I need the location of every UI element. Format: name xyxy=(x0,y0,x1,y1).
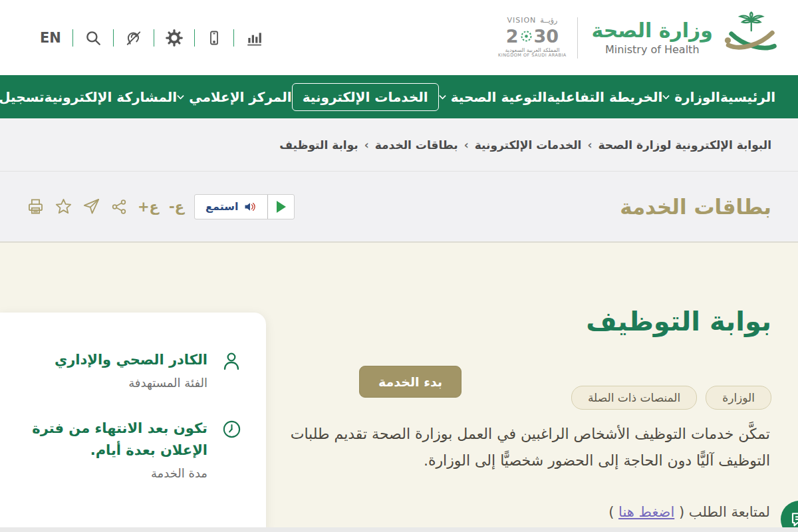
quick-tools: EN xyxy=(40,29,274,47)
font-decrease-button[interactable]: ع- xyxy=(169,199,184,215)
followup-prefix: لمتابعة الطلب ( xyxy=(674,504,770,520)
language-toggle[interactable]: EN xyxy=(40,30,72,46)
service-title: بوابة التوظيف xyxy=(586,306,771,336)
mobile-apps-button[interactable] xyxy=(195,29,233,47)
service-description: تمكَّن خدمات التوظيف الأشخاص الراغبين في… xyxy=(273,421,770,474)
gear-icon xyxy=(166,29,183,47)
send-button[interactable] xyxy=(82,198,100,215)
nav-login[interactable]: تسجيل الدخول xyxy=(0,89,45,105)
nav-eservices[interactable]: الخدمات الإلكترونية xyxy=(292,83,439,111)
listen-text: استمع xyxy=(205,200,238,213)
vision-ar-label: رؤيــة xyxy=(540,17,557,25)
nav-interactive-map-label: الخريطة التفاعلية xyxy=(547,89,662,105)
service-tags: الوزارة المنصات ذات الصلة xyxy=(571,386,771,410)
moh-title-arabic: وزارة الصحة xyxy=(591,19,713,42)
star-icon xyxy=(55,198,72,215)
breadcrumb-eservices[interactable]: الخدمات الإلكترونية xyxy=(475,138,582,152)
logo-cluster: وزارة الصحة Ministry of Health VISION رؤ… xyxy=(496,11,779,65)
printer-icon xyxy=(27,198,45,215)
nav-home[interactable]: الرئيسية xyxy=(720,89,775,105)
start-service-button[interactable]: بدء الخدمة xyxy=(359,366,462,398)
play-icon xyxy=(277,201,286,213)
paper-plane-icon xyxy=(82,198,100,215)
moh-wordmark: وزارة الصحة Ministry of Health xyxy=(587,19,713,56)
nav-media-center-label: المركز الإعلامي xyxy=(189,89,291,105)
print-button[interactable] xyxy=(27,198,45,215)
vision-year-left: 2 xyxy=(506,26,519,47)
nav-home-label: الرئيسية xyxy=(720,89,775,105)
nav-ministry[interactable]: الوزارة xyxy=(662,89,720,105)
vision-kingdom-english: KINGDOM OF SAUDI ARABIA xyxy=(496,53,568,58)
breadcrumb: البوابة الإلكترونية لوزارة الصحة ‹ الخدم… xyxy=(279,138,771,152)
feedback-chat-icon xyxy=(789,509,798,529)
followup-line: لمتابعة الطلب ( اضغط هنا ) xyxy=(608,504,770,520)
font-increase-button[interactable]: ع+ xyxy=(138,199,159,215)
vision-flower-icon xyxy=(519,29,533,43)
top-bar: وزارة الصحة Ministry of Health VISION رؤ… xyxy=(0,0,798,75)
accessibility-icon xyxy=(125,29,142,47)
chevron-down-icon xyxy=(177,94,184,100)
mobile-icon xyxy=(206,29,222,47)
page-title-bar: بطاقات الخدمة استمع ع- ع+ xyxy=(0,172,798,243)
target-category-value: الكادر الصحي والإداري xyxy=(55,349,207,371)
tag-ministry[interactable]: الوزارة xyxy=(706,386,771,410)
share-icon xyxy=(110,198,128,215)
accessibility-button[interactable] xyxy=(114,29,154,47)
breadcrumb-separator: ‹ xyxy=(464,138,469,152)
settings-button[interactable] xyxy=(154,29,194,47)
nav-interactive-map[interactable]: الخريطة التفاعلية xyxy=(547,89,662,105)
vision-en-label: VISION xyxy=(507,17,536,25)
vision-2030-logo: VISION رؤيــة 2 30 المملكة العربية السعو… xyxy=(496,17,568,58)
service-duration-value: تكون بعد الانتهاء من فترة الإعلان بعدة أ… xyxy=(18,418,207,462)
service-duration-item: تكون بعد الانتهاء من فترة الإعلان بعدة أ… xyxy=(12,418,242,480)
breadcrumb-portal[interactable]: البوابة الإلكترونية لوزارة الصحة xyxy=(598,138,771,152)
nav-login-label: تسجيل الدخول xyxy=(0,89,45,105)
title-tools: استمع ع- ع+ xyxy=(27,194,297,219)
favorite-button[interactable] xyxy=(55,198,72,215)
chevron-down-icon xyxy=(439,94,446,100)
nav-eservices-label: الخدمات الإلكترونية xyxy=(303,89,428,105)
followup-link[interactable]: اضغط هنا xyxy=(618,504,674,520)
nav-ministry-label: الوزارة xyxy=(674,89,720,105)
service-info-panel: الكادر الصحي والإداري الفئة المستهدفة تك… xyxy=(0,313,266,532)
service-duration-label: مدة الخدمة xyxy=(18,466,207,480)
main-navigation: الرئيسية الوزارة الخريطة التفاعلية التوع… xyxy=(0,75,798,118)
breadcrumb-employment-portal: بوابة التوظيف xyxy=(279,138,358,152)
main-content: بوابة التوظيف الوزارة المنصات ذات الصلة … xyxy=(0,243,798,532)
nav-health-awareness-label: التوعية الصحية xyxy=(451,89,547,105)
moh-title-english: Ministry of Health xyxy=(591,43,713,56)
bar-chart-icon xyxy=(245,29,263,47)
breadcrumb-service-cards[interactable]: بطاقات الخدمة xyxy=(375,138,458,152)
nav-media-center[interactable]: المركز الإعلامي xyxy=(177,89,291,105)
nav-health-awareness[interactable]: التوعية الصحية xyxy=(439,89,547,105)
logo-separator xyxy=(577,17,578,59)
breadcrumb-bar: البوابة الإلكترونية لوزارة الصحة ‹ الخدم… xyxy=(0,118,798,172)
listen-label: استمع xyxy=(195,195,267,219)
moh-emblem-logo xyxy=(722,11,779,65)
tag-related-platforms[interactable]: المنصات ذات الصلة xyxy=(571,386,697,410)
listen-widget[interactable]: استمع xyxy=(194,194,295,219)
statistics-button[interactable] xyxy=(234,29,274,47)
person-icon xyxy=(221,350,242,372)
target-category-label: الفئة المستهدفة xyxy=(55,376,207,390)
search-icon xyxy=(84,29,102,47)
listen-play-button[interactable] xyxy=(267,195,294,219)
chevron-down-icon xyxy=(662,94,670,100)
breadcrumb-separator: ‹ xyxy=(364,138,369,152)
breadcrumb-separator: ‹ xyxy=(587,138,592,152)
page-title: بطاقات الخدمة xyxy=(620,195,771,219)
speaker-icon xyxy=(243,200,257,213)
clock-icon xyxy=(221,419,242,440)
vision-year-right: 30 xyxy=(534,26,559,47)
footer-strip xyxy=(0,527,798,532)
search-button[interactable] xyxy=(73,29,113,47)
followup-suffix: ) xyxy=(608,504,618,520)
nav-eparticipation[interactable]: المشاركة الإلكترونية xyxy=(45,89,178,105)
share-button[interactable] xyxy=(110,198,128,215)
nav-eparticipation-label: المشاركة الإلكترونية xyxy=(45,89,178,105)
target-category-item: الكادر الصحي والإداري الفئة المستهدفة xyxy=(12,349,242,390)
